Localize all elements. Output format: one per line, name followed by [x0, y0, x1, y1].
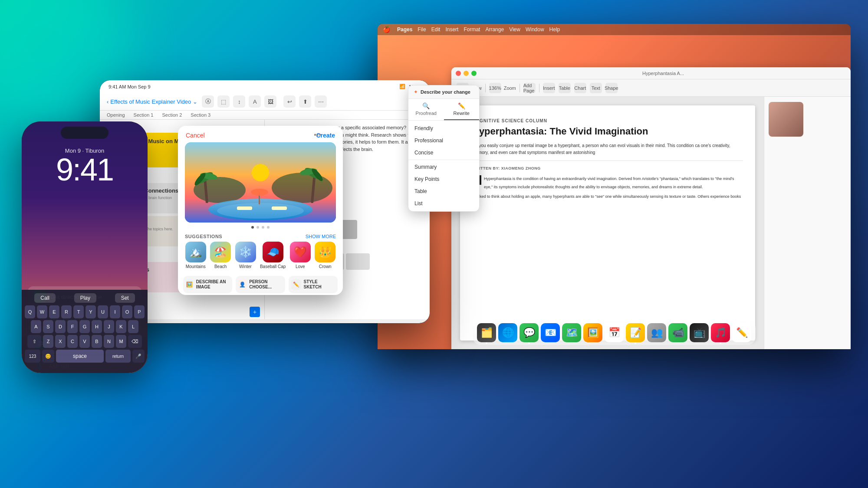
tab-section2[interactable]: Section 2	[162, 112, 182, 118]
key-b[interactable]: B	[92, 335, 102, 348]
pages-app-name[interactable]: Pages	[397, 26, 412, 33]
dock-launchpad[interactable]: 🗂️	[477, 323, 496, 342]
wt-tab-proofread[interactable]: 🔍 Proofread	[408, 99, 444, 120]
key-return[interactable]: return	[105, 350, 131, 363]
menu-view[interactable]: View	[509, 26, 520, 33]
key-f[interactable]: F	[67, 320, 78, 333]
key-n[interactable]: N	[104, 335, 114, 348]
key-k[interactable]: K	[116, 320, 126, 333]
modal-options-icon[interactable]: •••	[314, 131, 321, 139]
key-c[interactable]: C	[67, 335, 78, 348]
key-q[interactable]: Q	[25, 305, 35, 318]
add-page-button[interactable]: Add Page	[523, 83, 536, 93]
show-more-button[interactable]: SHOW MORE	[306, 234, 336, 239]
key-mic[interactable]: 🎤	[132, 350, 145, 363]
dot-2[interactable]	[256, 226, 259, 229]
toolbar-more[interactable]: ⋯	[315, 95, 327, 108]
menu-insert[interactable]: Insert	[445, 26, 458, 33]
dock-mail[interactable]: 📧	[541, 323, 560, 342]
dock-notes[interactable]: 📝	[626, 323, 645, 342]
dock-safari[interactable]: 🌐	[498, 323, 517, 342]
key-j[interactable]: J	[104, 320, 114, 333]
suggestion-winter[interactable]: ❄️ Winter	[235, 242, 256, 269]
menu-edit[interactable]: Edit	[431, 26, 441, 33]
person-choose-btn[interactable]: 👤 PERSON CHOOSE...	[236, 276, 285, 293]
menu-file[interactable]: File	[418, 26, 426, 33]
zoom-button[interactable]: 136%	[489, 83, 501, 93]
key-s[interactable]: S	[43, 320, 53, 333]
wt-item-summary[interactable]: Summary	[408, 161, 479, 173]
key-o[interactable]: O	[122, 305, 132, 318]
key-w[interactable]: W	[37, 305, 47, 318]
key-a[interactable]: A	[31, 320, 41, 333]
dock-music[interactable]: 🎵	[711, 323, 730, 342]
key-e[interactable]: E	[49, 305, 59, 318]
key-z[interactable]: Z	[43, 335, 53, 348]
dock-tv[interactable]: 📺	[690, 323, 709, 342]
dock-calendar[interactable]: 📅	[605, 323, 624, 342]
insert-button[interactable]: Insert	[543, 83, 555, 93]
key-p[interactable]: P	[134, 305, 145, 318]
dock-contacts[interactable]: 👥	[647, 323, 666, 342]
dot-1[interactable]	[251, 226, 254, 229]
toolbar-undo[interactable]: ↩	[283, 95, 296, 108]
minimize-button[interactable]	[464, 71, 469, 76]
suggestion-baseball-cap[interactable]: 🧢 Baseball Cap	[260, 242, 286, 269]
key-u[interactable]: U	[98, 305, 108, 318]
suggestion-mountains[interactable]: 🏔️ Mountains	[185, 242, 206, 269]
dock-freeform[interactable]: ✏️	[732, 323, 751, 342]
dock-photos[interactable]: 🖼️	[583, 323, 602, 342]
toolbar-icon-3[interactable]: ↕	[233, 95, 245, 108]
key-h[interactable]: H	[92, 320, 102, 333]
menu-help[interactable]: Help	[549, 26, 560, 33]
wt-item-key-points[interactable]: Key Points	[408, 173, 479, 185]
toolbar-share[interactable]: ⬆	[299, 95, 311, 108]
wt-item-list[interactable]: List	[408, 197, 479, 210]
play-btn[interactable]: Play	[74, 293, 96, 303]
dock-maps[interactable]: 🗺️	[562, 323, 581, 342]
key-space[interactable]: space	[56, 350, 104, 363]
ipad-back-button[interactable]: ‹ Effects of Music Explainer Video ⌄	[107, 98, 197, 105]
key-x[interactable]: X	[55, 335, 66, 348]
key-m[interactable]: M	[116, 335, 126, 348]
close-button[interactable]	[456, 71, 461, 76]
toolbar-icon-1[interactable]: Ⓐ	[202, 95, 214, 108]
shape-button[interactable]: Shape	[605, 83, 618, 93]
key-emoji[interactable]: 😊	[42, 350, 54, 363]
dot-4[interactable]	[267, 226, 270, 229]
key-l[interactable]: L	[128, 320, 138, 333]
describe-image-btn[interactable]: 🖼️ DESCRIBE AN IMAGE	[183, 276, 232, 293]
dock-messages[interactable]: 💬	[519, 323, 539, 342]
style-sketch-btn[interactable]: ✏️ STYLE SKETCH	[289, 276, 338, 293]
wt-item-concise[interactable]: Concise	[408, 147, 479, 159]
menu-window[interactable]: Window	[526, 26, 544, 33]
story-thumb-4[interactable]	[346, 253, 370, 270]
key-i[interactable]: I	[110, 305, 120, 318]
toolbar-icon-5[interactable]: 🖼	[264, 95, 276, 108]
tab-opening[interactable]: Opening	[107, 112, 125, 118]
key-shift[interactable]: ⇧	[27, 335, 41, 348]
wt-item-professional[interactable]: Professional	[408, 134, 479, 147]
key-t[interactable]: T	[73, 305, 84, 318]
toolbar-icon-4[interactable]: A	[249, 95, 261, 108]
wt-item-friendly[interactable]: Friendly	[408, 122, 479, 134]
modal-cancel-button[interactable]: Cancel	[186, 132, 205, 139]
set-btn[interactable]: Set	[115, 293, 135, 303]
tab-section3[interactable]: Section 3	[191, 112, 210, 118]
key-d[interactable]: D	[55, 320, 66, 333]
toolbar-icon-2[interactable]: ⬚	[217, 95, 230, 108]
table-button[interactable]: Table	[559, 83, 571, 93]
key-g[interactable]: G	[79, 320, 90, 333]
text-button[interactable]: Text	[590, 83, 602, 93]
dot-3[interactable]	[262, 226, 264, 229]
wt-item-table[interactable]: Table	[408, 185, 479, 197]
suggestion-beach[interactable]: 🏖️ Beach	[210, 242, 231, 269]
chart-button[interactable]: Chart	[574, 83, 586, 93]
wt-tab-rewrite[interactable]: ✏️ Rewrite	[444, 99, 480, 120]
suggestion-love[interactable]: ❤️ Love	[290, 242, 311, 269]
tab-section1[interactable]: Section 1	[134, 112, 154, 118]
key-r[interactable]: R	[61, 305, 72, 318]
add-new-ideas-btn[interactable]: +	[250, 307, 260, 317]
key-delete[interactable]: ⌫	[128, 335, 142, 348]
menu-arrange[interactable]: Arrange	[485, 26, 504, 33]
